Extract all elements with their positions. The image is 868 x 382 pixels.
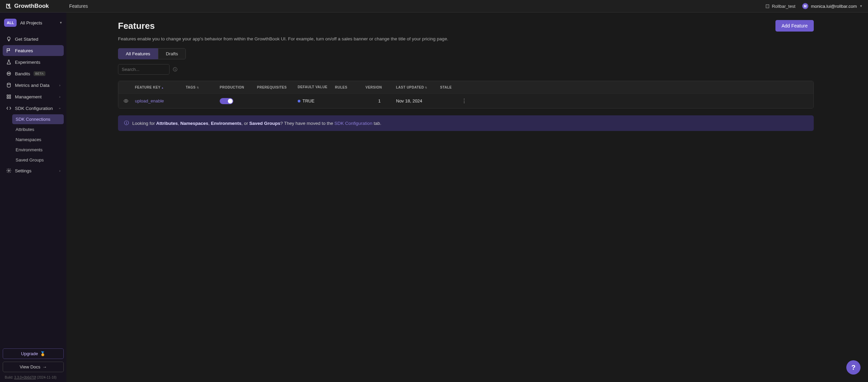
row-menu-button[interactable]: ⋮ xyxy=(459,98,469,104)
award-icon: 🏅 xyxy=(40,351,45,356)
org-name-text: Rollbar_test xyxy=(772,4,795,9)
sidebar-item-bandits[interactable]: Bandits BETA xyxy=(3,68,64,79)
features-table: FEATURE KEY TAGS PRODUCTION PREREQUISITE… xyxy=(118,81,814,109)
col-rules[interactable]: RULES xyxy=(334,85,364,89)
brand-name: GrowthBook xyxy=(14,3,49,9)
sidebar-item-experiments[interactable]: Experiments xyxy=(3,57,64,68)
growthbook-icon xyxy=(5,3,12,9)
col-production[interactable]: PRODUCTION xyxy=(218,85,256,89)
page-title: Features xyxy=(118,21,155,31)
feature-tabs: All Features Drafts xyxy=(118,48,814,59)
info-icon[interactable]: ⓘ xyxy=(173,66,177,73)
col-prerequisites[interactable]: PREREQUISITES xyxy=(256,85,296,89)
watch-toggle[interactable] xyxy=(118,98,134,103)
status-dot-icon xyxy=(298,100,300,102)
sidebar-sub-saved-groups[interactable]: Saved Groups xyxy=(12,155,64,165)
sidebar-item-label: Features xyxy=(15,48,33,53)
svg-point-7 xyxy=(8,170,9,171)
svg-rect-4 xyxy=(9,95,11,96)
svg-rect-3 xyxy=(7,95,8,96)
sidebar-item-features[interactable]: Features xyxy=(3,45,64,56)
sidebar-item-label: Bandits xyxy=(15,71,30,76)
col-stale[interactable]: STALE xyxy=(439,85,459,89)
eye-icon xyxy=(123,98,129,103)
project-badge: ALL xyxy=(4,19,17,27)
svg-rect-5 xyxy=(7,97,8,98)
sidebar-item-sdk[interactable]: SDK Configuration › xyxy=(3,103,64,114)
user-email: monica.lui@rollbar.com xyxy=(811,4,857,9)
svg-rect-0 xyxy=(766,4,769,8)
sidebar-item-label: SDK Configuration xyxy=(15,106,53,111)
cell-last-updated: Nov 18, 2024 xyxy=(395,98,439,103)
sidebar-item-label: Settings xyxy=(15,168,32,173)
view-docs-button[interactable]: View Docs → xyxy=(3,362,64,372)
topbar: GrowthBook Features Rollbar_test M monic… xyxy=(0,0,868,13)
table-row[interactable]: upload_enable TRUE 1 Nov 18, 2024 ⋮ xyxy=(118,93,813,108)
svg-point-2 xyxy=(7,83,10,84)
chevron-right-icon: › xyxy=(59,95,60,99)
upgrade-label: Upgrade xyxy=(21,351,38,356)
chevron-right-icon: › xyxy=(59,83,60,87)
brand-logo[interactable]: GrowthBook xyxy=(5,3,49,9)
sidebar-item-label: Get Started xyxy=(15,37,38,42)
col-default-value[interactable]: DEFAULT VALUE xyxy=(296,85,334,89)
sidebar-sub-connections[interactable]: SDK Connections xyxy=(12,114,64,124)
sidebar-item-metrics[interactable]: Metrics and Data › xyxy=(3,80,64,91)
build-info: Build: 3.3.0+0b6d70f (2024-11-18) xyxy=(3,376,64,379)
svg-point-8 xyxy=(125,100,127,102)
code-icon xyxy=(6,106,12,111)
cell-version: 1 xyxy=(364,98,395,103)
beta-badge: BETA xyxy=(34,71,45,76)
chevron-down-icon: › xyxy=(58,108,62,109)
sidebar-item-label: Metrics and Data xyxy=(15,83,50,88)
sidebar-item-label: Experiments xyxy=(15,60,40,65)
sidebar: ALL All Projects ▼ Get Started Features … xyxy=(0,13,66,382)
upgrade-button[interactable]: Upgrade 🏅 xyxy=(3,348,64,359)
help-fab[interactable]: ? xyxy=(846,360,861,375)
database-icon xyxy=(6,82,12,88)
chevron-right-icon: › xyxy=(59,169,60,173)
add-feature-button[interactable]: Add Feature xyxy=(775,20,814,32)
breadcrumb: Features xyxy=(69,3,88,9)
main-content: Features Add Feature Features enable you… xyxy=(66,13,868,382)
chevron-down-icon: ▼ xyxy=(59,21,62,24)
user-menu[interactable]: M monica.lui@rollbar.com ▼ xyxy=(802,3,863,9)
moved-notice: ⓘ Looking for Attributes, Namespaces, En… xyxy=(118,115,814,131)
building-icon xyxy=(765,4,770,8)
feature-key-link[interactable]: upload_enable xyxy=(134,98,184,103)
chevron-down-icon: ▼ xyxy=(860,4,863,8)
col-feature-key[interactable]: FEATURE KEY xyxy=(134,85,184,89)
svg-rect-6 xyxy=(9,97,11,98)
sidebar-item-label: Management xyxy=(15,94,42,99)
page-description: Features enable you to change your app's… xyxy=(118,36,814,41)
flask-icon xyxy=(6,59,12,65)
col-last-updated[interactable]: LAST UPDATED xyxy=(395,85,439,89)
tab-all-features[interactable]: All Features xyxy=(118,48,158,59)
sidebar-item-settings[interactable]: Settings › xyxy=(3,165,64,176)
cell-production xyxy=(218,98,256,104)
lightbulb-icon xyxy=(6,36,12,42)
info-icon: ⓘ xyxy=(124,120,129,126)
search-input[interactable] xyxy=(118,64,170,75)
cell-default-value: TRUE xyxy=(296,98,334,103)
sidebar-sub-environments[interactable]: Environments xyxy=(12,145,64,155)
sidebar-item-management[interactable]: Management › xyxy=(3,91,64,102)
sdk-config-link[interactable]: SDK Configuration xyxy=(334,121,372,126)
avatar: M xyxy=(802,3,808,9)
grid-icon xyxy=(6,94,12,99)
flag-icon xyxy=(6,48,12,53)
svg-point-1 xyxy=(7,72,11,76)
sidebar-item-get-started[interactable]: Get Started xyxy=(3,34,64,44)
sidebar-sub-namespaces[interactable]: Namespaces xyxy=(12,135,64,145)
col-version[interactable]: VERSION xyxy=(364,85,395,89)
sidebar-sub-attributes[interactable]: Attributes xyxy=(12,125,64,134)
project-switcher[interactable]: ALL All Projects ▼ xyxy=(3,17,64,29)
project-label: All Projects xyxy=(20,20,56,25)
tab-drafts[interactable]: Drafts xyxy=(158,48,186,59)
col-tags[interactable]: TAGS xyxy=(184,85,218,89)
docs-label: View Docs xyxy=(20,364,40,369)
gear-icon xyxy=(6,168,12,173)
production-toggle[interactable] xyxy=(220,98,233,104)
bandit-icon xyxy=(6,71,12,76)
org-switcher[interactable]: Rollbar_test xyxy=(765,4,795,9)
